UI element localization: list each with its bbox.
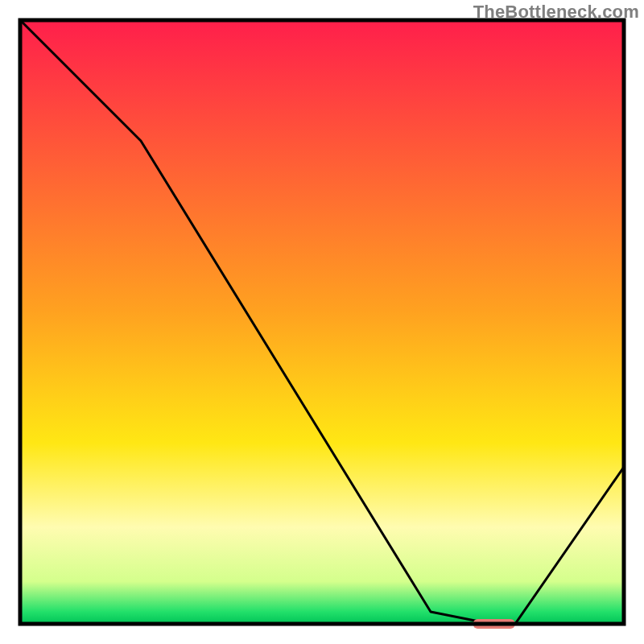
bottleneck-chart <box>0 0 644 644</box>
chart-root: TheBottleneck.com <box>0 0 644 644</box>
